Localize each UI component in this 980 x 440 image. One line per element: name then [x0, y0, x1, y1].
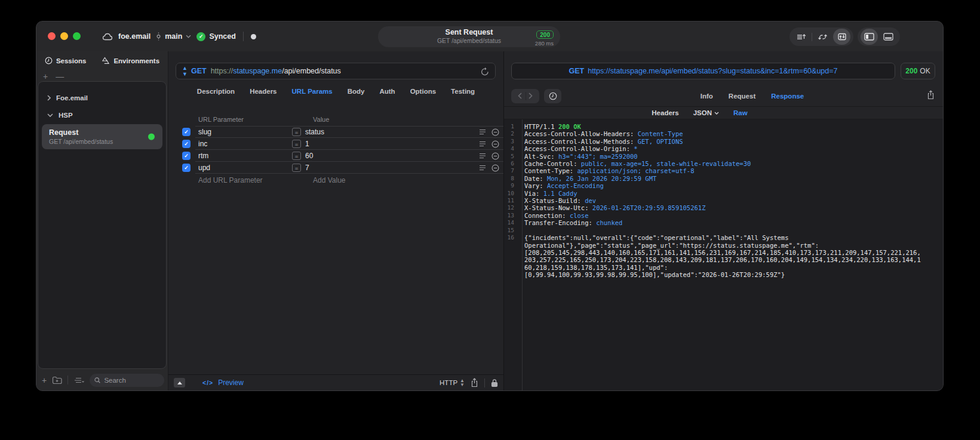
share-icon[interactable]	[471, 378, 478, 387]
request-tab-url-params[interactable]: URL Params	[292, 88, 333, 95]
sidebar-add-remove: + —	[43, 72, 64, 81]
request-tab-body[interactable]: Body	[348, 88, 365, 95]
add-param-row[interactable]: Add URL ParameterAdd Value	[168, 174, 503, 186]
line-number: 8	[504, 175, 518, 182]
back-button[interactable]	[518, 93, 522, 99]
sort-list-button[interactable]	[792, 29, 810, 45]
add-value-placeholder[interactable]: Add Value	[313, 176, 346, 184]
param-value[interactable]: 1	[305, 140, 479, 148]
project-name[interactable]: foe.email	[118, 32, 150, 41]
new-request-button[interactable]: +	[42, 376, 47, 384]
export-response-button[interactable]	[927, 90, 935, 100]
param-name[interactable]: slug	[198, 128, 292, 136]
sent-request-url[interactable]: GET https://statuspage.me/api/embed/stat…	[511, 63, 895, 79]
remove-param-icon[interactable]	[491, 140, 499, 148]
param-value[interactable]: 60	[305, 152, 479, 160]
toggle-bottom-panel-button[interactable]	[880, 29, 897, 45]
chevron-down-icon	[186, 35, 191, 38]
request-method[interactable]: GET	[191, 67, 207, 75]
remove-param-icon[interactable]	[491, 128, 499, 136]
remove-session-button[interactable]: —	[56, 72, 64, 81]
equals-icon: =	[292, 152, 301, 160]
response-status-text: OK	[920, 67, 930, 75]
sync-status[interactable]: ✓ Synced	[196, 32, 235, 41]
minimize-window-button[interactable]	[60, 32, 68, 40]
search-input[interactable]	[104, 377, 159, 384]
url-path: /api/embed/status	[282, 67, 341, 75]
param-row-upd[interactable]: ✓upd=7	[168, 162, 503, 174]
response-tab-response[interactable]: Response	[771, 93, 804, 100]
preview-button[interactable]: </> Preview	[202, 379, 244, 387]
response-line-3: 3Access-Control-Allow-Methods: GET, OPTI…	[504, 138, 943, 145]
sidebar-search[interactable]	[90, 374, 164, 387]
param-checkbox[interactable]: ✓	[182, 152, 191, 160]
param-name[interactable]: rtm	[198, 152, 292, 160]
close-window-button[interactable]	[48, 32, 56, 40]
param-value[interactable]: 7	[305, 164, 479, 172]
param-name[interactable]: inc	[198, 140, 292, 148]
response-subtab-headers[interactable]: Headers	[652, 109, 678, 116]
param-checkbox[interactable]: ✓	[182, 140, 191, 148]
col-value: Value	[313, 116, 329, 123]
line-text	[518, 227, 943, 234]
protocol-selector[interactable]: HTTP ▲▼	[440, 379, 465, 387]
sent-request-capsule[interactable]: Sent Request GET /api/embed/status 200 2…	[378, 26, 560, 47]
response-subtab-raw[interactable]: Raw	[733, 109, 748, 116]
param-options-icon[interactable]	[479, 129, 486, 135]
code-icon: </>	[202, 379, 213, 386]
expand-panel-button[interactable]	[174, 378, 185, 387]
request-url[interactable]: https://statuspage.me/api/embed/status	[211, 67, 341, 75]
import-export-button[interactable]	[833, 29, 850, 45]
response-line-15: 15	[504, 227, 943, 234]
line-number: 12	[504, 204, 518, 211]
resend-request-button[interactable]	[481, 67, 489, 76]
param-options-icon[interactable]	[479, 141, 486, 147]
response-subtab-json[interactable]: JSON	[693, 109, 719, 116]
request-tab-options[interactable]: Options	[410, 88, 436, 95]
remove-param-icon[interactable]	[491, 152, 499, 160]
tab-environments[interactable]: Environments	[102, 57, 159, 64]
toggle-left-panel-button[interactable]	[861, 29, 878, 45]
request-tab-headers[interactable]: Headers	[250, 88, 277, 95]
request-tab-auth[interactable]: Auth	[379, 88, 395, 95]
param-checkbox[interactable]: ✓	[182, 164, 191, 172]
line-text: Vary: Accept-Encoding	[518, 182, 943, 189]
line-text: Access-Control-Allow-Headers: Content-Ty…	[518, 130, 943, 137]
param-row-rtm[interactable]: ✓rtm=60	[168, 150, 503, 162]
sort-options-button[interactable]	[73, 377, 84, 384]
branch-selector[interactable]: main	[156, 32, 191, 41]
param-row-inc[interactable]: ✓inc=1	[168, 138, 503, 150]
param-options-icon[interactable]	[479, 153, 486, 159]
panel-toggles-group	[858, 27, 900, 46]
method-dropdown-icon[interactable]: ▲▼	[182, 65, 187, 77]
request-item-title: Request	[49, 128, 155, 137]
new-folder-button[interactable]	[52, 376, 62, 384]
param-value[interactable]: status	[305, 128, 479, 136]
equals-icon: =	[292, 140, 301, 148]
request-tab-testing[interactable]: Testing	[451, 88, 475, 95]
remove-param-icon[interactable]	[491, 164, 499, 172]
response-line-11: 11X-Status-Build: dev	[504, 197, 943, 204]
request-tab-description[interactable]: Description	[197, 88, 235, 95]
flow-sync-button[interactable]	[814, 29, 831, 45]
tree-item-hsp[interactable]: HSP	[38, 106, 166, 124]
tree-item-foe-email[interactable]: Foe.email	[38, 89, 166, 106]
param-row-slug[interactable]: ✓slug=status	[168, 126, 503, 138]
param-name[interactable]: upd	[198, 164, 292, 172]
param-checkbox[interactable]: ✓	[182, 128, 191, 136]
response-tab-info[interactable]: Info	[701, 93, 713, 100]
add-session-button[interactable]: +	[43, 72, 48, 81]
zoom-window-button[interactable]	[73, 32, 81, 40]
response-tab-request[interactable]: Request	[729, 93, 755, 100]
sidebar-request-item[interactable]: Request GET /api/embed/status	[42, 124, 162, 149]
response-body[interactable]: 1HTTP/1.1 200 OK2Access-Control-Allow-He…	[504, 119, 943, 390]
tab-sessions[interactable]: Sessions	[45, 57, 87, 64]
response-line-5: 5Alt-Svc: h3=":443"; ma=2592000	[504, 153, 943, 160]
chevron-down-icon	[47, 113, 53, 117]
request-url-bar[interactable]: ▲▼ GET https://statuspage.me/api/embed/s…	[176, 63, 496, 79]
param-options-icon[interactable]	[479, 165, 486, 171]
forward-button[interactable]	[529, 93, 533, 99]
request-panel: ▲▼ GET https://statuspage.me/api/embed/s…	[168, 51, 504, 390]
add-url-parameter-placeholder[interactable]: Add URL Parameter	[198, 176, 313, 184]
protocol-label: HTTP	[440, 379, 457, 386]
